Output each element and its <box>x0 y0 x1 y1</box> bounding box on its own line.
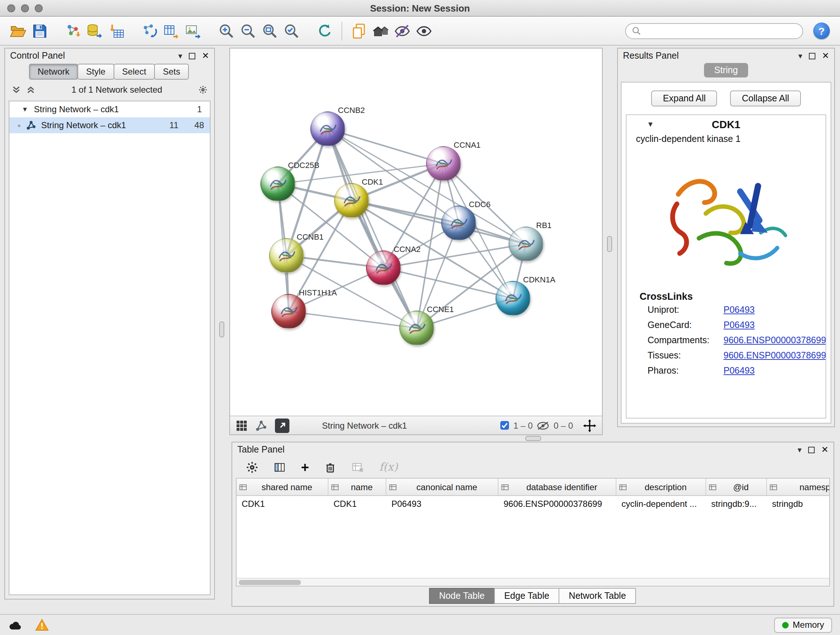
network-collection-row[interactable]: ▼ String Network – cdk1 1 <box>9 101 210 117</box>
zoom-fit-button[interactable] <box>259 20 281 42</box>
network-node-ccne1[interactable] <box>399 310 434 345</box>
close-window-button[interactable] <box>7 4 15 12</box>
network-edge[interactable] <box>352 201 526 244</box>
scrollbar-thumb[interactable] <box>239 580 301 585</box>
panel-close-icon[interactable]: ✕ <box>821 445 829 454</box>
zoom-window-button[interactable] <box>35 4 43 12</box>
network-node-ccna2[interactable] <box>366 250 401 285</box>
panel-close-icon[interactable]: ✕ <box>202 51 209 60</box>
new-network-from-selection-button[interactable] <box>139 20 161 42</box>
search-box[interactable] <box>625 23 803 39</box>
panel-float-icon[interactable] <box>808 447 815 453</box>
gear-icon[interactable] <box>198 85 208 94</box>
crosslink-value-genecard-[interactable]: P06493 <box>723 320 755 330</box>
share-network-icon[interactable] <box>256 420 267 431</box>
panel-float-icon[interactable] <box>809 52 815 59</box>
panel-close-icon[interactable]: ✕ <box>822 51 829 60</box>
help-button[interactable]: ? <box>813 22 830 39</box>
network-node-ccna1[interactable] <box>426 146 461 181</box>
apply-layout-button[interactable] <box>314 20 336 42</box>
import-network-file-button[interactable] <box>62 20 84 42</box>
crosslink-row: Compartments:9606.ENSP00000378699 <box>627 333 826 348</box>
panel-menu-icon[interactable]: ▾ <box>798 52 802 60</box>
tab-network-table[interactable]: Network Table <box>559 588 636 604</box>
network-node-rb1[interactable] <box>508 226 543 261</box>
table-row[interactable]: CDK1CDK1P064939606.ENSP00000378699cyclin… <box>237 496 829 512</box>
right-splitter-handle[interactable] <box>607 236 612 252</box>
zoom-selected-button[interactable] <box>281 20 302 42</box>
network-node-hist1h1a[interactable] <box>271 294 306 329</box>
expand-all-button[interactable]: Expand All <box>652 90 717 106</box>
memory-button[interactable]: Memory <box>774 617 832 632</box>
export-table-button[interactable] <box>161 20 182 42</box>
crosslink-value-compartments-[interactable]: 9606.ENSP00000378699 <box>723 335 826 345</box>
tab-network[interactable]: Network <box>29 64 78 80</box>
zoom-out-button[interactable] <box>237 20 259 42</box>
network-node-cdk1[interactable] <box>334 183 369 218</box>
tab-edge-table[interactable]: Edge Table <box>494 588 560 604</box>
network-node-ccnb2[interactable] <box>310 111 345 146</box>
tab-string[interactable]: String <box>704 63 748 78</box>
selected-checkbox-icon[interactable] <box>500 421 509 430</box>
expand-all-icon[interactable] <box>26 85 35 94</box>
network-edge[interactable] <box>328 129 444 164</box>
warning-icon[interactable] <box>35 618 49 631</box>
hide-selected-button[interactable] <box>392 20 413 42</box>
minimize-window-button[interactable] <box>21 4 29 12</box>
tab-node-table[interactable]: Node Table <box>429 588 495 604</box>
open-in-window-button[interactable] <box>275 418 289 432</box>
import-table-button[interactable] <box>106 20 127 42</box>
tab-sets[interactable]: Sets <box>154 64 189 80</box>
delete-column-trash-icon[interactable] <box>324 461 336 473</box>
zoom-in-button[interactable] <box>216 20 237 42</box>
column-header-shared-name[interactable]: shared name <box>237 478 328 495</box>
disclosure-triangle-icon[interactable]: ▼ <box>22 106 28 113</box>
table-tabs: Node TableEdge TableNetwork Table <box>232 588 834 604</box>
crosslink-value-uniprot-[interactable]: P06493 <box>723 304 755 315</box>
panel-menu-icon[interactable]: ▾ <box>798 446 802 454</box>
neighborhood-button[interactable] <box>370 20 392 42</box>
save-session-button[interactable] <box>29 20 51 42</box>
pan-crosshair-icon[interactable] <box>583 419 596 432</box>
section-disclosure-icon[interactable]: ▼ <box>647 120 654 128</box>
horizontal-splitter-handle[interactable] <box>525 436 541 441</box>
network-edge[interactable] <box>328 129 417 328</box>
open-session-button[interactable] <box>7 20 29 42</box>
column-header-canonical-name[interactable]: canonical name <box>386 478 499 495</box>
network-node-ccnb1[interactable] <box>269 238 304 273</box>
hidden-eye-slash-icon[interactable] <box>537 421 549 430</box>
select-columns-icon[interactable] <box>273 461 286 473</box>
column-header-database-identifier[interactable]: database identifier <box>499 478 616 495</box>
column-header-description[interactable]: description <box>616 478 706 495</box>
import-network-database-button[interactable] <box>84 20 106 42</box>
birds-eye-view-icon[interactable] <box>236 420 248 431</box>
panel-float-icon[interactable] <box>189 52 195 59</box>
network-node-cdc25b[interactable] <box>261 166 295 201</box>
gear-icon[interactable] <box>246 461 258 473</box>
network-canvas[interactable]: CCNB2CCNA1CDC25BCDK1CDC6RB1CCNB1CCNA2CDK… <box>230 49 602 416</box>
tab-style[interactable]: Style <box>77 64 114 80</box>
panel-menu-icon[interactable]: ▾ <box>178 52 182 60</box>
tab-select[interactable]: Select <box>113 64 155 80</box>
column-header-name[interactable]: name <box>328 478 386 495</box>
cloud-icon[interactable] <box>8 618 22 631</box>
search-input[interactable] <box>645 26 797 36</box>
table-horizontal-scrollbar[interactable] <box>237 578 829 586</box>
network-row-selected[interactable]: ● String Network – cdk1 11 48 <box>9 117 210 133</box>
left-splitter-handle[interactable] <box>219 321 224 337</box>
network-node-cdc6[interactable] <box>441 206 476 241</box>
column-header--id[interactable]: @id <box>706 478 767 495</box>
crosslinks-list: Uniprot:P06493GeneCard:P06493Compartment… <box>627 302 826 378</box>
network-edge[interactable] <box>289 311 417 328</box>
add-column-icon[interactable]: + <box>301 460 309 474</box>
show-all-button[interactable] <box>413 20 435 42</box>
crosslink-value-pharos-[interactable]: P06493 <box>723 365 755 375</box>
collapse-all-icon[interactable] <box>11 85 21 94</box>
network-node-cdkn1a[interactable] <box>496 281 531 316</box>
crosslink-label-tissues-: Tissues: <box>647 350 723 360</box>
column-header-namespace[interactable]: namespace <box>767 478 830 495</box>
copy-button[interactable] <box>348 20 370 42</box>
export-image-button[interactable] <box>182 20 204 42</box>
collapse-all-button[interactable]: Collapse All <box>730 90 801 106</box>
crosslink-value-tissues-[interactable]: 9606.ENSP00000378699 <box>723 350 826 360</box>
